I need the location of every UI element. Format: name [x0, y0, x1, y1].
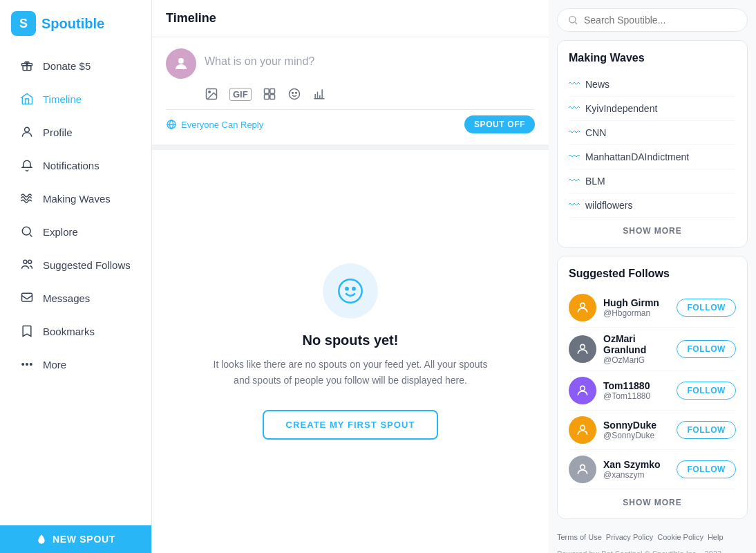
svg-rect-8 [22, 293, 32, 301]
sidebar-label-donate: Donate $5 [43, 60, 91, 72]
wave-item-cnn[interactable]: 〰 CNN [569, 121, 736, 145]
svg-point-23 [339, 279, 361, 302]
follow-item-xan: Xan Szymko @xanszym FOLLOW [569, 450, 736, 489]
more-icon [19, 357, 35, 372]
gift-icon [19, 58, 35, 73]
follow-info-ozmari: OzMari Granlund @OzMariG [603, 333, 670, 365]
follow-name-ozmari: OzMari Granlund [603, 333, 670, 355]
everyone-can-reply[interactable]: Everyone Can Reply [166, 119, 263, 130]
compose-placeholder[interactable]: What is on your mind? [205, 48, 535, 68]
sidebar-label-bookmarks: Bookmarks [43, 326, 95, 337]
making-waves-card: Making Waves 〰 News 〰 KyivIndependent 〰 … [557, 40, 748, 247]
compose-box: What is on your mind? GIF Everyone Can R… [152, 37, 549, 150]
follow-info-hugh: Hugh Girmn @Hbgorman [603, 297, 670, 318]
svg-text:S: S [19, 17, 28, 30]
wave-item-kyiv[interactable]: 〰 KyivIndependent [569, 97, 736, 121]
wave-label-blm: BLM [585, 176, 605, 187]
sidebar-item-messages[interactable]: Messages [6, 282, 146, 314]
left-sidebar: S Spoutible Donate $5 Timeline Profile [0, 0, 152, 553]
svg-point-10 [26, 364, 28, 366]
wave-icon: 〰 [569, 78, 580, 91]
making-waves-title: Making Waves [569, 52, 736, 64]
sidebar-item-notifications[interactable]: Notifications [6, 149, 146, 181]
sidebar-item-making-waves[interactable]: Making Waves [6, 182, 146, 214]
poll-tool-icon[interactable] [263, 87, 276, 101]
follow-name-sonny: SonnyDuke [603, 420, 670, 431]
sidebar-nav: Donate $5 Timeline Profile Notifications [0, 50, 151, 525]
follow-button-tom[interactable]: FOLLOW [677, 382, 736, 400]
wave-item-blm[interactable]: 〰 BLM [569, 169, 736, 194]
image-tool-icon[interactable] [205, 87, 218, 101]
svg-point-6 [23, 260, 27, 263]
svg-point-9 [22, 364, 24, 366]
spout-off-button[interactable]: SPOUT OFF [464, 115, 535, 133]
svg-rect-16 [270, 89, 275, 94]
emoji-tool-icon[interactable] [287, 87, 301, 101]
avatar-icon [173, 55, 189, 72]
svg-rect-15 [264, 89, 269, 94]
wave-item-news[interactable]: 〰 News [569, 73, 736, 97]
bookmark-icon [19, 324, 35, 339]
wave-icon: 〰 [569, 175, 580, 187]
follow-button-hugh[interactable]: FOLLOW [677, 299, 736, 317]
everyone-reply-label: Everyone Can Reply [181, 120, 263, 130]
wave-icon: 〰 [569, 126, 580, 139]
follow-info-tom: Tom11880 @Tom11880 [603, 380, 670, 401]
sidebar-item-explore[interactable]: Explore [6, 216, 146, 247]
sidebar-label-timeline: Timeline [43, 93, 82, 105]
avatar-xan [569, 456, 596, 483]
sidebar-item-donate[interactable]: Donate $5 [6, 50, 146, 82]
svg-point-21 [295, 93, 296, 94]
create-first-spout-button[interactable]: CREATE MY FIRST SPOUT [263, 410, 439, 440]
footer-link-cookie[interactable]: Cookie Policy [657, 533, 703, 541]
logo[interactable]: S Spoutible [0, 11, 151, 50]
empty-description: It looks like there are no spouts on you… [212, 357, 489, 388]
sidebar-item-suggested-follows[interactable]: Suggested Follows [6, 249, 146, 281]
logo-text: Spoutible [41, 16, 104, 32]
sidebar-label-messages: Messages [43, 292, 90, 304]
follow-name-xan: Xan Szymko [603, 459, 670, 470]
users-icon [19, 257, 35, 272]
sidebar-item-more[interactable]: More [6, 348, 146, 380]
follow-handle-ozmari: @OzMariG [603, 355, 670, 365]
explore-icon [19, 224, 35, 239]
follow-button-sonny[interactable]: FOLLOW [677, 421, 736, 439]
svg-point-30 [580, 425, 585, 430]
follow-button-ozmari[interactable]: FOLLOW [677, 340, 736, 358]
making-waves-show-more[interactable]: SHOW MORE [569, 218, 736, 236]
follow-button-xan[interactable]: FOLLOW [677, 460, 736, 478]
svg-rect-18 [270, 95, 275, 100]
wave-item-manhattan[interactable]: 〰 ManhattanDAIndictment [569, 145, 736, 169]
search-bar[interactable] [557, 8, 748, 32]
footer-link-terms[interactable]: Terms of Use [557, 533, 602, 541]
search-input[interactable] [584, 15, 737, 26]
svg-point-5 [22, 227, 30, 235]
timeline-header: Timeline [152, 0, 549, 37]
svg-rect-17 [264, 95, 269, 100]
wave-item-wildflowers[interactable]: 〰 wildflowers [569, 194, 736, 218]
sidebar-label-explore: Explore [43, 226, 78, 238]
suggested-follows-show-more[interactable]: SHOW MORE [569, 489, 736, 507]
svg-point-28 [580, 344, 585, 349]
footer-link-privacy[interactable]: Privacy Policy [606, 533, 653, 541]
gif-tool-button[interactable]: GIF [229, 88, 252, 101]
footer-link-help[interactable]: Help [708, 533, 724, 541]
svg-point-7 [28, 260, 32, 263]
home-icon [19, 91, 35, 106]
footer-powered-text: Powered by: Bot Sentinel © Spoutible Inc… [557, 550, 748, 553]
svg-point-14 [209, 91, 211, 93]
globe-icon [166, 119, 177, 130]
new-spout-label: NEW SPOUT [53, 534, 115, 545]
avatar-hugh [569, 294, 596, 321]
sidebar-item-profile[interactable]: Profile [6, 116, 146, 148]
follow-info-xan: Xan Szymko @xanszym [603, 459, 670, 480]
wave-label-manhattan: ManhattanDAIndictment [585, 151, 689, 162]
follow-item-hugh: Hugh Girmn @Hbgorman FOLLOW [569, 288, 736, 328]
sidebar-item-timeline[interactable]: Timeline [6, 83, 146, 115]
chart-tool-icon[interactable] [312, 87, 326, 101]
svg-point-4 [25, 127, 30, 132]
new-spout-button[interactable]: NEW SPOUT [0, 525, 151, 553]
sidebar-item-bookmarks[interactable]: Bookmarks [6, 315, 146, 347]
follow-name-hugh: Hugh Girmn [603, 297, 670, 308]
search-icon [567, 15, 578, 26]
